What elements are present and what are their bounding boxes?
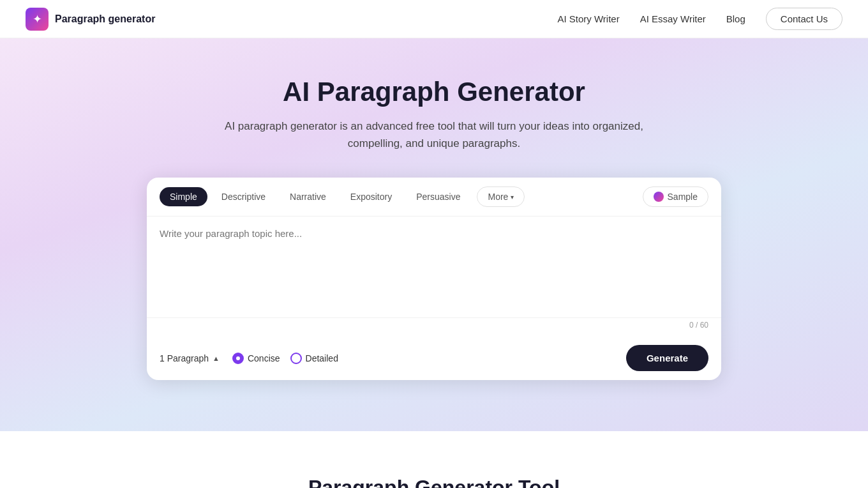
chevron-down-icon: ▾	[511, 194, 514, 201]
bottom-bar: 1 Paragraph ▲ Concise Detailed Generate	[147, 336, 721, 380]
char-count: 0 / 60	[147, 317, 721, 336]
content-title: Paragraph Generator Tool	[26, 476, 842, 488]
topic-input[interactable]	[160, 227, 708, 310]
tab-expository[interactable]: Expository	[340, 187, 402, 206]
nav-link-story-writer[interactable]: AI Story Writer	[557, 13, 619, 24]
brand-title: Paragraph generator	[55, 13, 155, 25]
tab-more-button[interactable]: More ▾	[477, 187, 525, 207]
textarea-wrapper	[147, 217, 721, 317]
nav-link-blog[interactable]: Blog	[726, 13, 745, 24]
contact-us-button[interactable]: Contact Us	[766, 8, 842, 30]
sample-button[interactable]: Sample	[643, 187, 708, 207]
tabs-bar: Simple Descriptive Narrative Expository …	[147, 178, 721, 217]
radio-group: Concise Detailed	[232, 353, 338, 364]
concise-radio[interactable]	[232, 353, 244, 364]
content-section: Paragraph Generator Tool Our AI paragrap…	[0, 431, 868, 488]
tool-card: Simple Descriptive Narrative Expository …	[147, 178, 721, 380]
nav-links: AI Story Writer AI Essay Writer Blog Con…	[557, 8, 842, 30]
logo-icon: ✦	[26, 8, 49, 31]
paragraph-selector[interactable]: 1 Paragraph ▲	[160, 353, 220, 363]
nav-link-essay-writer[interactable]: AI Essay Writer	[640, 13, 706, 24]
brand: ✦ Paragraph generator	[26, 8, 155, 31]
sample-icon	[654, 192, 664, 202]
detailed-option[interactable]: Detailed	[290, 353, 338, 364]
hero-section: AI Paragraph Generator AI paragraph gene…	[0, 38, 868, 431]
tab-descriptive[interactable]: Descriptive	[211, 187, 276, 206]
generate-button[interactable]: Generate	[626, 345, 708, 371]
chevron-up-icon: ▲	[213, 355, 220, 362]
tab-narrative[interactable]: Narrative	[280, 187, 336, 206]
tab-persuasive[interactable]: Persuasive	[406, 187, 470, 206]
tab-simple[interactable]: Simple	[160, 187, 207, 206]
navbar: ✦ Paragraph generator AI Story Writer AI…	[0, 0, 868, 38]
detailed-radio[interactable]	[290, 353, 302, 364]
hero-title: AI Paragraph Generator	[26, 77, 842, 107]
concise-option[interactable]: Concise	[232, 353, 280, 364]
hero-subtitle: AI paragraph generator is an advanced fr…	[223, 118, 645, 152]
